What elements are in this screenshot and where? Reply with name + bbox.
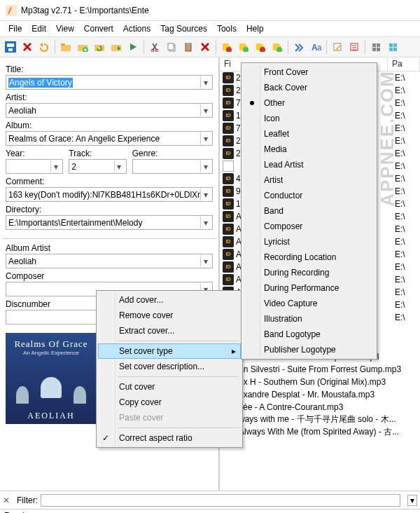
folder-open-button[interactable] — [58, 39, 74, 55]
dropdown-arrow-icon[interactable]: ▾ — [200, 189, 210, 200]
paste-button[interactable] — [181, 39, 196, 55]
ctx-remove-cover[interactable]: Remove cover — [98, 308, 241, 323]
svg-rect-4 — [61, 45, 71, 51]
cover-type-option[interactable]: Illustration — [243, 311, 375, 327]
table-row[interactable]: IDexandre Desplat - Mr. Moustafa.mp3 — [223, 388, 420, 401]
svg-rect-29 — [393, 43, 397, 47]
filter-dropdown-icon[interactable]: ▾ — [407, 495, 417, 506]
refresh-button[interactable] — [92, 39, 107, 55]
grid2-button[interactable] — [385, 39, 400, 55]
genre-combo[interactable]: ▾ — [132, 159, 213, 174]
quick-action-button[interactable]: Aa — [308, 39, 323, 55]
cover-title: Realms Of Grace — [6, 338, 97, 350]
cover-type-option[interactable]: Recording Location — [243, 249, 375, 265]
delete-button[interactable] — [20, 39, 35, 55]
year-combo[interactable]: ▾ — [6, 159, 63, 174]
table-row[interactable]: IDzée - A Contre-Courant.mp3 — [223, 401, 420, 413]
cover-type-option[interactable]: Leaflet — [243, 126, 375, 142]
cover-type-option[interactable]: Conductor — [243, 188, 375, 203]
album-combo[interactable]: Realms of Grace: An Angelic Experience▾ — [6, 131, 213, 146]
directory-combo[interactable]: E:\Importants\Entertainment\Melody▾ — [6, 215, 213, 230]
menu-file[interactable]: File — [4, 22, 26, 35]
filter-bar: ✕ Filter: ▾ — [0, 491, 420, 509]
filter-input[interactable] — [41, 494, 400, 507]
dropdown-arrow-icon[interactable]: ▾ — [200, 76, 210, 88]
cover-type-option[interactable]: Publisher Logotype — [243, 342, 375, 357]
dropdown-arrow-icon[interactable]: ▾ — [114, 160, 124, 172]
ctx-extract-cover[interactable]: Extract cover... — [98, 323, 241, 338]
col-path[interactable]: Pa — [388, 57, 420, 71]
comment-label: Comment: — [6, 177, 213, 186]
cover-type-option[interactable]: During Performance — [243, 280, 375, 296]
tag3-button[interactable] — [253, 39, 268, 55]
grid1-button[interactable] — [368, 39, 384, 55]
undo-button[interactable] — [36, 39, 52, 55]
dropdown-arrow-icon[interactable]: ▾ — [50, 160, 60, 172]
dropdown-arrow-icon[interactable]: ▾ — [200, 160, 210, 172]
delete-tag-button[interactable] — [197, 39, 213, 55]
dropdown-arrow-icon[interactable]: ▾ — [200, 217, 210, 228]
list-button[interactable] — [346, 39, 362, 55]
actions-button[interactable] — [291, 39, 307, 55]
tag2-button[interactable] — [236, 39, 251, 55]
folder-add-button[interactable] — [75, 39, 90, 55]
ctx-copy-cover[interactable]: Copy cover — [98, 395, 241, 410]
albumartist-combo[interactable]: Aeoliah▾ — [6, 254, 213, 268]
cover-type-option[interactable]: Band — [243, 203, 375, 219]
cover-type-option[interactable]: Lead Artist — [243, 157, 375, 172]
dropdown-arrow-icon[interactable]: ▾ — [200, 255, 210, 267]
table-row[interactable]: IDways with me - 千与千寻片尾曲 solo - 木... — [223, 413, 420, 426]
cover-type-option[interactable]: Media — [243, 142, 375, 157]
mp3-icon: ID — [223, 261, 234, 273]
cut-button[interactable] — [147, 39, 162, 55]
svg-rect-13 — [168, 43, 174, 50]
titlebar: Mp3tag v2.71 - E:\Importants\Ente — [0, 0, 420, 21]
menu-tagsources[interactable]: Tag Sources — [156, 22, 211, 35]
cover-type-option[interactable]: Icon — [243, 111, 375, 126]
menu-help[interactable]: Help — [242, 22, 268, 35]
cover-type-option[interactable]: During Recording — [243, 265, 375, 280]
cover-type-option[interactable]: Other — [243, 95, 375, 111]
menu-actions[interactable]: Actions — [119, 22, 155, 35]
tag4-button[interactable] — [270, 39, 285, 55]
menu-convert[interactable]: Convert — [80, 22, 118, 35]
comment-combo[interactable]: 163 key(Don't modify):Nl7KBB481H1s6KDr+0… — [6, 187, 213, 202]
title-combo[interactable]: Angels of Victory▾ — [6, 75, 213, 90]
path-cell: E:\ — [392, 84, 420, 97]
app-icon — [6, 5, 17, 16]
copy-button[interactable] — [164, 39, 179, 55]
cover-type-option[interactable]: Back Cover — [243, 80, 375, 95]
clear-filter-button[interactable]: ✕ — [3, 495, 14, 505]
table-row[interactable]: IDan Silvestri - Suite From Forrest Gump… — [223, 363, 420, 376]
menu-view[interactable]: View — [52, 22, 78, 35]
ctx-set-cover-type[interactable]: Set cover type▸ — [98, 343, 241, 359]
table-row[interactable]: IDAlways With Me (from Spirited Away) - … — [223, 426, 420, 439]
save-button[interactable] — [3, 39, 18, 55]
ctx-set-cover-description[interactable]: Set cover description... — [98, 359, 241, 374]
ctx-add-cover[interactable]: Add cover... — [98, 292, 241, 308]
svg-text:a: a — [317, 43, 321, 52]
menu-tools[interactable]: Tools — [213, 22, 241, 35]
file-icon — [223, 160, 234, 172]
cover-type-option[interactable]: Lyricist — [243, 234, 375, 249]
cover-type-option[interactable]: Band Logotype — [243, 327, 375, 342]
submenu-arrow-icon: ▸ — [232, 346, 236, 356]
artist-combo[interactable]: Aeoliah▾ — [6, 103, 213, 118]
ctx-correct-aspect[interactable]: ✓Correct aspect ratio — [98, 430, 241, 446]
path-cell: E:\ — [392, 286, 420, 299]
cover-type-option[interactable]: Front Cover — [243, 64, 375, 80]
table-row[interactable]: IDex H - Southern Sun (Original Mix).mp3 — [223, 376, 420, 388]
dropdown-arrow-icon[interactable]: ▾ — [200, 104, 210, 116]
edit-button[interactable] — [330, 39, 345, 55]
tag1-button[interactable] — [219, 39, 234, 55]
cover-art[interactable]: Realms Of Grace An Angelic Experience AE… — [6, 333, 97, 424]
dropdown-arrow-icon[interactable]: ▾ — [200, 132, 210, 144]
menu-edit[interactable]: Edit — [27, 22, 50, 35]
play-button[interactable] — [125, 39, 141, 55]
cover-type-option[interactable]: Video Capture — [243, 296, 375, 311]
cover-type-option[interactable]: Artist — [243, 172, 375, 188]
play-folder-button[interactable] — [108, 39, 124, 55]
cover-type-option[interactable]: Composer — [243, 219, 375, 234]
ctx-cut-cover[interactable]: Cut cover — [98, 379, 241, 395]
track-combo[interactable]: 2▾ — [69, 159, 126, 174]
